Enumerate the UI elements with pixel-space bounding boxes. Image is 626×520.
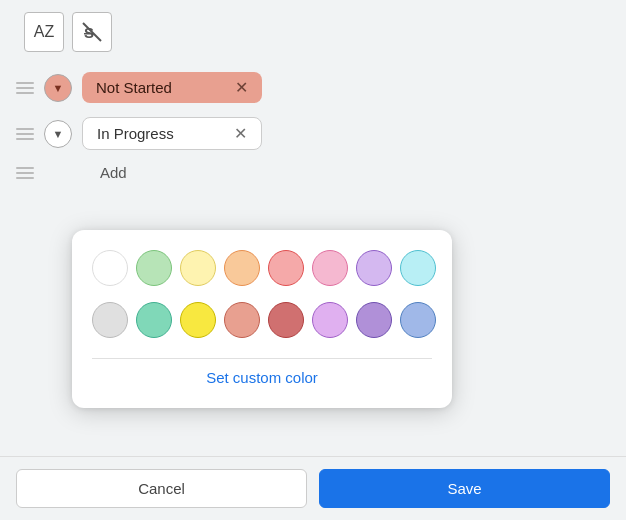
color-circle-lavender[interactable] (312, 302, 348, 338)
main-area: AZ S ▼ Not Started ✕ ▼ (0, 0, 626, 207)
chevron-down-icon-2: ▼ (53, 128, 64, 140)
bottom-bar: Cancel Save (0, 456, 626, 520)
toolbar: AZ S (16, 12, 610, 52)
az-button[interactable]: AZ (24, 12, 64, 52)
color-grid-2 (92, 302, 432, 338)
tag-label-2: In Progress (97, 125, 174, 142)
tag-close-2[interactable]: ✕ (234, 124, 247, 143)
color-circle-light-cyan[interactable] (400, 250, 436, 286)
in-progress-row: ▼ In Progress ✕ (16, 117, 610, 150)
add-row: Add (16, 164, 610, 181)
add-label[interactable]: Add (100, 164, 127, 181)
drag-handle-3[interactable] (16, 167, 34, 179)
custom-color-button[interactable]: Set custom color (92, 358, 432, 396)
save-button[interactable]: Save (319, 469, 610, 508)
color-circle-light-pink[interactable] (312, 250, 348, 286)
drag-handle-1[interactable] (16, 82, 34, 94)
strikethrough-button[interactable]: S (72, 12, 112, 52)
color-circle-medium-purple[interactable] (356, 302, 392, 338)
strikethrough-icon: S (81, 21, 103, 43)
color-circle-light-red[interactable] (268, 250, 304, 286)
color-circle-salmon[interactable] (224, 302, 260, 338)
color-circle-light-gray[interactable] (92, 302, 128, 338)
color-circle-light-green[interactable] (136, 250, 172, 286)
color-picker-popup: Set custom color (72, 230, 452, 408)
chevron-down-icon: ▼ (53, 82, 64, 94)
color-circle-white[interactable] (92, 250, 128, 286)
az-icon: AZ (34, 23, 54, 41)
color-circle-medium-blue[interactable] (400, 302, 436, 338)
color-grid (92, 250, 432, 286)
cancel-button[interactable]: Cancel (16, 469, 307, 508)
drag-handle-2[interactable] (16, 128, 34, 140)
color-circle-mint[interactable] (136, 302, 172, 338)
not-started-row: ▼ Not Started ✕ (16, 72, 610, 103)
color-circle-light-orange[interactable] (224, 250, 260, 286)
tag-label-1: Not Started (96, 79, 172, 96)
dropdown-btn-1[interactable]: ▼ (44, 74, 72, 102)
dropdown-btn-2[interactable]: ▼ (44, 120, 72, 148)
in-progress-tag[interactable]: In Progress ✕ (82, 117, 262, 150)
color-circle-red-muted[interactable] (268, 302, 304, 338)
not-started-tag[interactable]: Not Started ✕ (82, 72, 262, 103)
tag-close-1[interactable]: ✕ (235, 78, 248, 97)
color-circle-yellow[interactable] (180, 302, 216, 338)
color-circle-light-purple[interactable] (356, 250, 392, 286)
color-circle-light-yellow[interactable] (180, 250, 216, 286)
